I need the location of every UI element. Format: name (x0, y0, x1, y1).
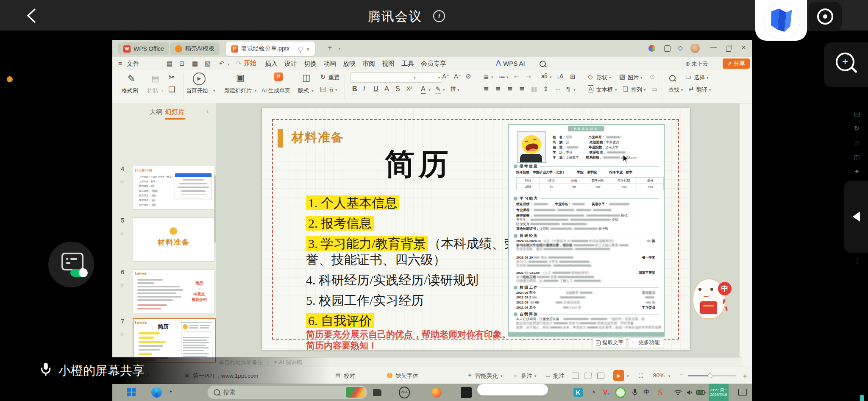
star-icon[interactable]: ☆ (120, 331, 125, 337)
select-icon[interactable]: ▭ (685, 73, 691, 81)
tab-docer-template[interactable]: 稻壳AI模板 (170, 42, 220, 55)
missing-font-label[interactable]: 缺失字体 (395, 372, 418, 380)
highlight-chevron-icon[interactable]: ▾ (443, 88, 445, 92)
shadow-icon[interactable]: S (395, 85, 400, 93)
bold-icon[interactable]: B (352, 85, 357, 93)
slide-note-line2[interactable]: 简历内容要熟知！ (306, 340, 377, 351)
lightbulb-icon[interactable] (298, 47, 303, 51)
format-painter-icon[interactable]: ✎ (128, 73, 135, 84)
zoom-out-icon[interactable]: − (679, 371, 684, 379)
translate-icon[interactable]: ⇄ (689, 85, 694, 92)
cloud-status[interactable]: ⊕ 未上云 (685, 60, 708, 68)
minimize-icon[interactable]: — (710, 43, 717, 51)
paragraph-chevron-icon[interactable]: ▾ (573, 88, 576, 92)
zoom-chevron-icon[interactable]: ▾ (668, 374, 670, 378)
zoom-slider-track[interactable] (712, 375, 736, 376)
app-logo-panel[interactable] (755, 0, 807, 41)
translate-chevron-icon[interactable]: ▾ (709, 88, 711, 92)
notes-label[interactable]: 备注 (521, 372, 532, 380)
ai-page-label[interactable]: AI 生成单页 (262, 87, 290, 95)
share-button[interactable]: ↗分享 (723, 58, 750, 69)
new-tab-icon[interactable]: + (328, 44, 332, 53)
translate-label[interactable]: 翻译 (696, 86, 707, 94)
extract-text-button[interactable]: A 提取文字 (593, 337, 627, 348)
menu-wps-ai[interactable]: WPS AI (503, 60, 525, 67)
align-left-icon[interactable]: ≣ (484, 85, 489, 93)
shapes-label[interactable]: 形状 (596, 74, 607, 81)
menu-review[interactable]: 审阅 (362, 60, 375, 68)
panel-icon-layout[interactable]: ◫ (854, 153, 860, 161)
panel-icon-properties[interactable]: ▤ (854, 110, 860, 118)
ai-page-icon[interactable]: P (274, 72, 283, 81)
arrange-icon[interactable]: ❏ (623, 85, 628, 93)
picture-label[interactable]: 图片 (628, 74, 639, 81)
play-from-page-icon[interactable]: ▶ (193, 72, 206, 85)
zoom-slider-thumb[interactable] (708, 373, 712, 378)
undo-icon[interactable]: ↶ (219, 60, 225, 67)
back-icon[interactable] (25, 8, 40, 24)
slide-list-item[interactable]: 6. 自我评价 (306, 312, 374, 330)
text-direction-chevron-icon[interactable]: ▾ (550, 75, 552, 79)
dark-app-icon[interactable] (461, 387, 472, 398)
firefox-icon[interactable] (431, 387, 442, 398)
edge-browser-icon[interactable] (151, 387, 162, 398)
reading-view-icon[interactable] (597, 373, 604, 379)
redo-icon[interactable]: ↷ (236, 60, 242, 67)
print-icon[interactable]: ▦ (192, 60, 198, 67)
search-highlight-image[interactable] (346, 387, 364, 398)
paste-chevron-icon[interactable]: ▾ (161, 89, 164, 93)
star-icon[interactable]: ☆ (120, 230, 125, 237)
save-icon[interactable]: ▤ (167, 60, 172, 67)
zoom-in-small-icon[interactable]: ＋ (741, 371, 748, 381)
menu-insert[interactable]: 插入 (265, 60, 278, 68)
slide-thumbnail-4[interactable]: 个人基本介绍 上岸院校：中国矿业大学（北京） 上岸专业：数学 初试成绩：339 … (133, 166, 215, 210)
panel-scrollbar[interactable] (214, 175, 216, 243)
panel-icon-effects[interactable]: ✦ (854, 168, 860, 175)
section-label[interactable]: 节 (328, 86, 334, 94)
media-icon[interactable]: ▭ (651, 85, 657, 93)
find-icon[interactable] (669, 75, 676, 81)
tray-expand-icon[interactable]: ∧ (592, 389, 595, 395)
picture-chevron-icon[interactable]: ▾ (640, 75, 643, 80)
distribute-icon[interactable]: ▥ (531, 85, 537, 93)
menu-transition[interactable]: 切换 (304, 60, 317, 68)
avatar[interactable] (690, 44, 700, 53)
font-name-select[interactable]: ▾ (351, 72, 417, 83)
decrease-font-icon[interactable]: A⁻ (454, 72, 462, 80)
textbox-icon[interactable]: A (588, 85, 593, 92)
notification-center-icon[interactable] (738, 389, 747, 396)
preview-icon[interactable]: ▧ (205, 60, 211, 67)
green-shield-icon[interactable] (615, 387, 626, 398)
panel-icon-more[interactable]: ⋮ (854, 257, 860, 265)
italic-icon[interactable]: I (363, 85, 365, 93)
menu-design[interactable]: 设计 (284, 60, 297, 68)
number-list-icon[interactable]: ≔ (499, 73, 505, 81)
select-label[interactable]: 选择 (694, 74, 705, 81)
bullet-chevron-icon[interactable]: ▾ (491, 75, 493, 79)
justify-icon[interactable]: ≣ (519, 85, 525, 93)
menu-member[interactable]: 会员专享 (421, 60, 446, 68)
new-slide-icon[interactable]: ▣ (236, 72, 245, 83)
record-button[interactable] (809, 2, 842, 31)
find-chevron-icon[interactable]: ▾ (681, 88, 683, 92)
layout-chevron-icon[interactable]: ▾ (312, 89, 314, 93)
slide-thumbnail-5[interactable]: 材料准备 (133, 217, 215, 262)
menu-home[interactable]: 开始 (244, 59, 256, 67)
normal-view-icon[interactable] (572, 373, 579, 379)
sogou-icon[interactable]: S (655, 387, 666, 398)
phonetic-chevron-icon[interactable]: ▾ (457, 88, 459, 92)
new-slide-chevron-icon[interactable]: ▾ (255, 89, 257, 93)
slide-list-item[interactable]: 1. 个人基本信息 (306, 195, 399, 212)
folder-app-icon[interactable] (372, 387, 383, 398)
reset-label[interactable]: 重置 (328, 74, 339, 81)
resume-image[interactable]: RESUME 姓 名：程政出生年月： 民 族：汉政治面貌：中共党员 籍 贯：毕业… (508, 124, 665, 337)
paste-icon[interactable]: ▤ (151, 73, 159, 84)
panel-icon-star[interactable]: ☆ (854, 139, 860, 147)
clock-widget[interactable]: 20:21 周一 2026/3/16 (709, 384, 729, 401)
column-icon[interactable]: ⇔ (555, 85, 561, 92)
slide-header[interactable]: 材料准备 (292, 129, 344, 146)
shapes-chevron-icon[interactable]: ▾ (609, 75, 611, 80)
tab-wps-office[interactable]: W WPS Office (118, 42, 169, 55)
undo-chevron-icon[interactable]: ▾ (228, 62, 230, 67)
find-label[interactable]: 查找 (668, 86, 679, 94)
